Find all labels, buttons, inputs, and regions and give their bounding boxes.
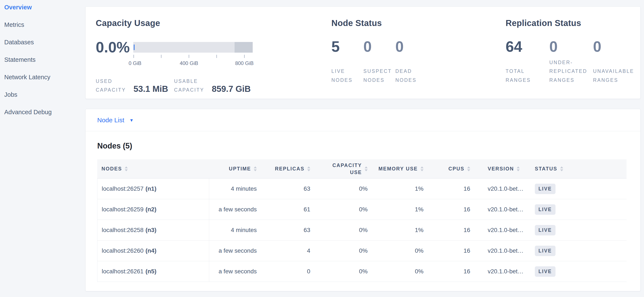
axis-tick [216,55,217,58]
capacity-axis: 0 GiB 400 GiB 800 GiB [133,55,253,67]
status-badge: LIVE [535,266,556,277]
header-nodes-label: NODES [102,165,122,172]
node-list-dropdown[interactable]: Node List [97,117,124,124]
status-cell: LIVE [531,184,626,194]
main-content: Capacity Usage 0.0% [85,0,644,297]
sort-icon[interactable] [365,166,368,171]
memory-use-cell: 1% [373,206,428,213]
header-uptime-label: UPTIME [229,165,251,172]
status-cell: LIVE [531,266,626,277]
uptime-cell: 4 minutes [209,220,262,240]
node-id: (n4) [146,247,156,254]
sort-icon[interactable] [307,166,310,171]
live-nodes-value: 5 [332,39,363,54]
version-cell: v20.1.0-bet… [475,185,531,192]
dead-nodes-label: DEAD NODES [395,67,427,85]
status-cell: LIVE [531,246,626,256]
status-cell: LIVE [531,225,626,235]
sidebar-item-databases[interactable]: Databases [4,37,85,55]
sort-icon[interactable] [254,166,257,171]
table-row[interactable]: localhost:26258(n3) 4 minutes 63 0% 1% 1… [97,220,626,241]
replicas-cell: 63 [262,227,316,234]
sidebar-item-statements[interactable]: Statements [4,55,85,72]
node-address-cell[interactable]: localhost:26259(n2) [97,199,209,220]
capacity-use-cell: 0% [316,227,373,234]
sidebar-item-jobs[interactable]: Jobs [4,90,85,107]
under-replicated-label: UNDER-REPLICATED RANGES [549,58,593,85]
header-status[interactable]: STATUS [531,165,626,172]
status-badge: LIVE [535,246,556,256]
suspect-nodes-value: 0 [363,39,395,54]
header-cpus[interactable]: CPUS [428,165,475,172]
axis-label-400: 400 GiB [180,60,198,66]
replicas-cell: 61 [262,206,316,213]
nodes-section: Nodes (5) NODES UPTIME REPLICAS [86,131,640,282]
axis-tick [161,55,162,58]
node-id: (n3) [146,227,156,234]
sidebar-item-network-latency[interactable]: Network Latency [4,72,85,90]
node-address-cell[interactable]: localhost:26260(n4) [97,241,209,261]
live-nodes-label: LIVE NODES [332,67,363,85]
capacity-use-cell: 0% [316,206,373,213]
unavailable-ranges-label: UNAVAILABLE RANGES [593,67,637,85]
uptime-cell: 4 minutes [209,179,262,199]
capacity-gauge-row: 0.0% 0 GiB 400 Gi [96,40,332,67]
header-version[interactable]: VERSION [475,165,531,172]
table-row[interactable]: localhost:26260(n4) a few seconds 4 0% 0… [97,241,626,261]
status-cell: LIVE [531,204,626,215]
capacity-gauge: 0 GiB 400 GiB 800 GiB [133,42,253,67]
version-cell: v20.1.0-bet… [475,268,531,275]
status-badge: LIVE [535,184,556,194]
sort-icon[interactable] [420,166,424,171]
header-memory-use[interactable]: MEMORY USE [373,165,428,172]
capacity-bar-dark-segment [234,42,253,53]
capacity-usage-title: Capacity Usage [96,18,332,28]
dead-nodes-value: 0 [395,39,427,54]
cpus-cell: 16 [428,247,475,254]
node-address-cell[interactable]: localhost:26258(n3) [97,220,209,240]
node-status-stats: 5 LIVE NODES 0 SUSPECT NODES 0 DEAD NODE… [332,39,506,85]
under-replicated-stat: 0 UNDER-REPLICATED RANGES [549,39,593,85]
header-memory-use-label: MEMORY USE [378,165,418,172]
sidebar-item-metrics[interactable]: Metrics [4,20,85,37]
replicas-cell: 63 [262,185,316,192]
total-ranges-stat: 64 TOTAL RANGES [506,39,549,85]
node-address: localhost:26261 [102,268,144,275]
header-replicas[interactable]: REPLICAS [262,165,316,172]
memory-use-cell: 1% [373,185,428,192]
sidebar-item-advanced-debug[interactable]: Advanced Debug [4,107,85,125]
usable-capacity-label: USABLE CAPACITY [174,77,209,95]
nodes-table: NODES UPTIME REPLICAS CAPACITY USE [97,159,626,282]
unavailable-ranges-value: 0 [593,39,637,54]
chevron-down-icon[interactable]: ▾ [130,117,133,123]
sidebar-item-overview[interactable]: Overview [4,2,85,20]
sort-icon[interactable] [517,166,520,171]
total-ranges-label: TOTAL RANGES [506,67,549,85]
table-row[interactable]: localhost:26259(n2) a few seconds 61 0% … [97,199,626,220]
cluster-summary-card: Capacity Usage 0.0% [85,6,640,99]
uptime-cell: a few seconds [209,261,262,282]
table-row[interactable]: localhost:26261(n5) a few seconds 0 0% 0… [97,261,626,282]
header-uptime[interactable]: UPTIME [209,165,262,172]
unavailable-ranges-stat: 0 UNAVAILABLE RANGES [593,39,637,85]
memory-use-cell: 0% [373,268,428,275]
memory-use-cell: 1% [373,227,428,234]
capacity-use-cell: 0% [316,268,373,275]
header-status-label: STATUS [535,165,558,172]
axis-label-800: 800 GiB [235,60,254,66]
header-nodes[interactable]: NODES [97,165,209,172]
sort-icon[interactable] [125,166,128,171]
axis-tick [244,55,244,58]
capacity-bar-used-segment [134,44,134,50]
node-id: (n2) [146,206,156,213]
cpus-cell: 16 [428,268,475,275]
node-address-cell[interactable]: localhost:26261(n5) [97,261,209,282]
replication-status-section: Replication Status 64 TOTAL RANGES 0 UND… [506,18,640,99]
sort-icon[interactable] [467,166,470,171]
uptime-cell: a few seconds [209,199,262,220]
table-row[interactable]: localhost:26257(n1) 4 minutes 63 0% 1% 1… [97,179,626,199]
node-address-cell[interactable]: localhost:26257(n1) [97,179,209,199]
header-capacity-use[interactable]: CAPACITY USE [316,162,373,176]
header-cpus-label: CPUS [448,165,464,172]
sort-icon[interactable] [560,166,563,171]
